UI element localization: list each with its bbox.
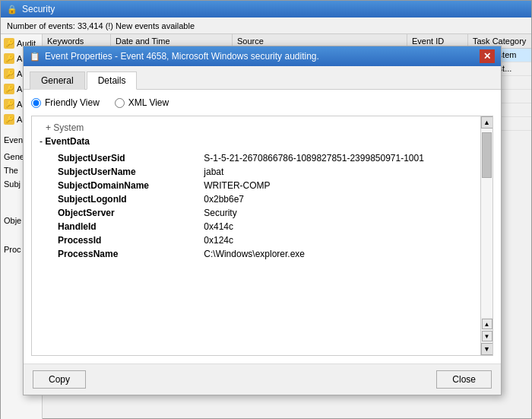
scrollbar-nav-down-button[interactable]: ▼: [482, 331, 492, 341]
xml-view-option[interactable]: XML View: [115, 97, 169, 108]
field-value-subjectusersid: S-1-5-21-2670866786-1089827851-239985097…: [201, 151, 473, 165]
system-section-toggle[interactable]: + System: [40, 122, 84, 133]
tab-general[interactable]: General: [30, 71, 85, 90]
sidebar-label-the: The: [4, 166, 18, 175]
audit-icon-3: 🔑: [4, 68, 14, 79]
audit-icon-2: 🔑: [4, 53, 14, 64]
copy-button[interactable]: Copy: [33, 370, 86, 389]
modal-title-icon: 📋: [30, 52, 40, 62]
field-label-objectserver: ObjectServer: [55, 206, 201, 220]
field-row-processname: ProcessName C:\Windows\explorer.exe: [55, 247, 473, 261]
ev-status-bar: Number of events: 33,414 (!) New events …: [1, 17, 531, 34]
field-value-subjectlogonid: 0x2bb6e7: [201, 192, 473, 206]
field-value-objectserver: Security: [201, 206, 473, 220]
xml-view-label: XML View: [128, 97, 169, 108]
field-label-processname: ProcessName: [55, 247, 201, 261]
modal-tab-bar: General Details: [24, 66, 501, 90]
field-value-subjectusername: jabat: [201, 165, 473, 179]
audit-icon-1: 🔑: [4, 38, 14, 49]
field-label-subjectdomainname: SubjectDomainName: [55, 179, 201, 192]
close-button[interactable]: Close: [436, 370, 492, 389]
details-content-area: + System - EventData SubjectUserSid: [31, 116, 493, 356]
scrollbar-track: [481, 129, 492, 317]
field-row-subjectusername: SubjectUserName jabat: [55, 165, 473, 179]
ev-title-icon: 🔒: [7, 5, 17, 14]
eventdata-section: - EventData SubjectUserSid S-1-5-21-2670…: [40, 136, 473, 261]
field-value-processid: 0x124c: [201, 233, 473, 247]
friendly-view-label: Friendly View: [45, 97, 100, 108]
field-label-subjectusersid: SubjectUserSid: [55, 151, 201, 165]
sidebar-label-obje: Obje: [4, 216, 21, 225]
audit-icon-4: 🔑: [4, 84, 14, 94]
field-label-subjectusername: SubjectUserName: [55, 165, 201, 179]
modal-body: Friendly View XML View + System - EventD…: [24, 90, 501, 363]
field-row-objectserver: ObjectServer Security: [55, 206, 473, 220]
scrollbar-up-button[interactable]: ▲: [481, 116, 493, 129]
field-label-processid: ProcessId: [55, 233, 201, 247]
modal-title-text: Event Properties - Event 4658, Microsoft…: [45, 51, 319, 62]
xml-view-radio[interactable]: [115, 98, 125, 108]
scrollbar-thumb[interactable]: [482, 132, 492, 178]
details-scrollbar: ▲ ▲ ▼ ▼: [480, 116, 492, 355]
eventdata-fields: SubjectUserSid S-1-5-21-2670866786-10898…: [40, 151, 473, 261]
field-value-handleid: 0x414c: [201, 220, 473, 233]
sidebar-label-proc: Proc: [4, 245, 21, 254]
scrollbar-nav-buttons: ▲ ▼: [482, 317, 492, 343]
field-row-subjectlogonid: SubjectLogonId 0x2bb6e7: [55, 192, 473, 206]
ev-title-text: Security: [22, 4, 55, 14]
ev-titlebar: 🔒 Security: [1, 1, 531, 17]
sidebar-label-subj: Subj: [4, 179, 21, 189]
tab-details[interactable]: Details: [87, 71, 138, 90]
view-options-group: Friendly View XML View: [31, 97, 493, 108]
system-section: + System: [40, 122, 473, 133]
ev-status-text: Number of events: 33,414 (!) New events …: [7, 21, 195, 30]
friendly-view-option[interactable]: Friendly View: [31, 97, 100, 108]
field-row-handleid: HandleId 0x414c: [55, 220, 473, 233]
modal-titlebar: 📋 Event Properties - Event 4658, Microso…: [24, 46, 501, 66]
details-scroll-area[interactable]: + System - EventData SubjectUserSid: [32, 116, 480, 355]
scrollbar-down-button[interactable]: ▼: [481, 343, 493, 355]
friendly-view-radio[interactable]: [31, 98, 41, 108]
field-row-subjectdomainname: SubjectDomainName WRITER-COMP: [55, 179, 473, 192]
modal-title-container: 📋 Event Properties - Event 4658, Microso…: [30, 51, 319, 62]
event-properties-dialog: 📋 Event Properties - Event 4658, Microso…: [23, 46, 502, 395]
field-label-handleid: HandleId: [55, 220, 201, 233]
field-row-subjectusersid: SubjectUserSid S-1-5-21-2670866786-10898…: [55, 151, 473, 165]
modal-footer: Copy Close: [24, 363, 501, 395]
detail-table: SubjectUserSid S-1-5-21-2670866786-10898…: [55, 151, 473, 261]
modal-close-button[interactable]: ✕: [480, 49, 495, 63]
field-value-processname: C:\Windows\explorer.exe: [201, 247, 473, 261]
field-row-processid: ProcessId 0x124c: [55, 233, 473, 247]
eventdata-header[interactable]: - EventData: [40, 136, 473, 147]
scrollbar-nav-up-button[interactable]: ▲: [482, 319, 492, 329]
field-value-subjectdomainname: WRITER-COMP: [201, 179, 473, 192]
field-label-subjectlogonid: SubjectLogonId: [55, 192, 201, 206]
audit-icon-5: 🔑: [4, 99, 14, 110]
audit-icon-6: 🔑: [4, 114, 14, 125]
